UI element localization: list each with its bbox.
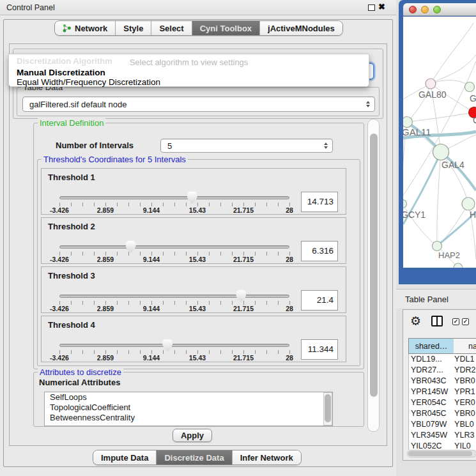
network-node[interactable] bbox=[403, 200, 407, 208]
tick-label: 21.715 bbox=[220, 256, 266, 263]
checkbox-icon[interactable]: ✓ bbox=[462, 318, 469, 325]
algorithm-option[interactable]: Equal Width/Frequency Discretization bbox=[9, 77, 369, 87]
threshold-panel: Threshold 4-3.4262.8599.14415.4321.71528… bbox=[41, 316, 346, 362]
node-table[interactable]: YDL19...YDL1YDR27...YDR2YBR043CYBR0YPR14… bbox=[408, 354, 476, 450]
table-row[interactable]: YER054CYER0 bbox=[409, 397, 476, 408]
threshold-slider[interactable]: -3.4262.8599.14415.4321.71528 bbox=[59, 241, 290, 264]
table-data-combobox[interactable]: galFiltered.sif default node bbox=[22, 96, 375, 112]
cell-shared-name: YBR043C bbox=[409, 376, 452, 387]
network-window-titlebar[interactable] bbox=[403, 3, 476, 16]
cell-shared-name: YLR345W bbox=[409, 430, 452, 441]
network-node[interactable] bbox=[426, 79, 436, 89]
threshold-panel: Threshold 2-3.4262.8599.14415.4321.71528… bbox=[41, 217, 346, 264]
cell-shared-name: YDL19... bbox=[409, 354, 452, 365]
tab-cyni-toolbox[interactable]: Cyni Toolbox bbox=[192, 21, 260, 35]
cell-name: YDR2 bbox=[452, 365, 476, 376]
number-of-intervals-combobox[interactable]: 5 bbox=[160, 139, 333, 153]
number-of-intervals-label: Number of Intervals bbox=[56, 141, 134, 150]
apply-button[interactable]: Apply bbox=[173, 429, 212, 442]
tab-network[interactable]: Network bbox=[55, 21, 116, 35]
float-window-icon[interactable] bbox=[368, 4, 375, 11]
table-row[interactable]: YBR043CYBR0 bbox=[409, 376, 476, 387]
attributes-list-scrollbar[interactable] bbox=[323, 392, 332, 426]
algorithm-hint: Select algorithm to view settings bbox=[9, 58, 369, 67]
settings-scrollbar-thumb[interactable] bbox=[370, 134, 378, 397]
threshold-value-field[interactable]: 14.713 bbox=[301, 192, 338, 212]
tab-style[interactable]: Style bbox=[116, 21, 151, 35]
slider-track[interactable] bbox=[59, 245, 289, 249]
threshold-label: Threshold 1 bbox=[48, 173, 95, 182]
network-node[interactable] bbox=[403, 117, 413, 128]
node-label: C bbox=[473, 115, 476, 125]
tab-infer-network-label: Infer Network bbox=[240, 453, 293, 463]
cell-shared-name: YIL052C bbox=[409, 441, 452, 450]
network-node[interactable] bbox=[465, 82, 475, 92]
table-row[interactable]: YBL079WYBL0 bbox=[409, 419, 476, 430]
application-root: Control Panel ✖ Network Style Select Cyn… bbox=[0, 0, 476, 476]
minimize-light[interactable] bbox=[421, 6, 429, 13]
tab-discretize-data[interactable]: Discretize Data bbox=[157, 450, 232, 464]
tab-select[interactable]: Select bbox=[151, 21, 192, 35]
numerical-attributes-list[interactable]: SelfLoopsTopologicalCoefficientBetweenne… bbox=[44, 392, 333, 426]
table-panel-titlebar[interactable]: Table Panel bbox=[396, 289, 476, 308]
thresholds-group: Threshold's Coordinates for 5 Intervals … bbox=[37, 159, 360, 366]
cell-name: YIL0 bbox=[452, 441, 476, 450]
cell-name: YBR0 bbox=[452, 408, 476, 419]
tick-label: 9.144 bbox=[128, 256, 174, 263]
bottom-tab-bar: Impute Data Discretize Data Infer Networ… bbox=[93, 450, 302, 465]
slider-track[interactable] bbox=[59, 196, 289, 199]
threshold-value-field[interactable]: 11.344 bbox=[301, 339, 338, 360]
network-node[interactable] bbox=[454, 263, 463, 268]
window-title: Control Panel bbox=[6, 3, 55, 12]
slider-track[interactable] bbox=[59, 344, 289, 347]
cell-name: YER0 bbox=[452, 397, 476, 408]
column-header-shared-name[interactable]: shared… bbox=[408, 338, 454, 354]
tick-label: 9.144 bbox=[128, 305, 174, 312]
tab-infer-network[interactable]: Infer Network bbox=[233, 450, 301, 464]
network-canvas[interactable]: GAL80GACGAL11GAL4GCY1HHAP2 bbox=[403, 17, 476, 268]
threshold-slider[interactable]: -3.4262.8599.14415.4321.71528 bbox=[59, 339, 290, 362]
tick-label: 21.715 bbox=[220, 305, 266, 312]
threshold-slider[interactable]: -3.4262.8599.14415.4321.71528 bbox=[59, 192, 290, 215]
table-panel-window: ⚙ ✓ ✓ shared… na YDL19...YDL1YDR27...YDR… bbox=[403, 309, 476, 461]
table-row[interactable]: YIL052CYIL0 bbox=[409, 441, 476, 450]
network-node[interactable] bbox=[433, 242, 442, 251]
table-row[interactable]: YDR27...YDR2 bbox=[409, 365, 476, 376]
attributes-scrollbar-thumb[interactable] bbox=[325, 394, 331, 422]
tick-label: 2.859 bbox=[82, 256, 128, 263]
network-node[interactable] bbox=[462, 197, 475, 210]
threshold-value-field[interactable]: 6.316 bbox=[301, 241, 338, 261]
attribute-list-item[interactable]: TopologicalCoefficient bbox=[45, 403, 332, 413]
tick-label: 21.715 bbox=[220, 206, 266, 214]
table-row[interactable]: YPR145WYPR1 bbox=[409, 387, 476, 397]
table-hscrollbar-thumb[interactable] bbox=[408, 451, 472, 456]
tick-label: 9.144 bbox=[128, 354, 174, 362]
settings-scrollbar[interactable] bbox=[367, 119, 380, 432]
zoom-light[interactable] bbox=[433, 6, 441, 13]
attribute-list-item[interactable]: SelfLoops bbox=[45, 392, 332, 403]
close-icon[interactable]: ✖ bbox=[378, 2, 385, 12]
combobox-stepper-icon bbox=[366, 101, 370, 107]
checkbox-icon[interactable]: ✓ bbox=[452, 318, 459, 325]
attribute-list-item[interactable]: BetweennessCentrality bbox=[45, 413, 332, 423]
close-light[interactable] bbox=[409, 6, 417, 13]
threshold-slider[interactable]: -3.4262.8599.14415.4321.71528 bbox=[59, 290, 290, 313]
table-horizontal-scrollbar[interactable] bbox=[407, 450, 476, 457]
column-layout-icon[interactable] bbox=[431, 316, 443, 326]
column-header-name[interactable]: na bbox=[454, 338, 476, 354]
table-row[interactable]: YBR045CYBR0 bbox=[409, 408, 476, 419]
tab-impute-data[interactable]: Impute Data bbox=[93, 450, 157, 464]
gear-icon[interactable]: ⚙ bbox=[410, 314, 421, 328]
cell-name: YBR0 bbox=[452, 376, 476, 387]
slider-track[interactable] bbox=[59, 295, 289, 298]
algorithm-option[interactable]: Manual Discretization bbox=[9, 68, 369, 77]
table-data-selected-value: galFiltered.sif default node bbox=[29, 100, 127, 109]
network-node[interactable] bbox=[433, 144, 449, 160]
table-row[interactable]: YDL19...YDL1 bbox=[409, 354, 476, 365]
table-row[interactable]: YLR345WYLR3 bbox=[409, 430, 476, 441]
threshold-value-field[interactable]: 21.4 bbox=[301, 290, 338, 311]
tab-jactivemnodules[interactable]: jActiveMNodules bbox=[260, 21, 342, 35]
tick-label: 15.43 bbox=[174, 354, 220, 362]
algorithm-options-list: Manual DiscretizationEqual Width/Frequen… bbox=[9, 68, 369, 87]
control-panel-titlebar[interactable]: Control Panel ✖ bbox=[0, 0, 396, 15]
